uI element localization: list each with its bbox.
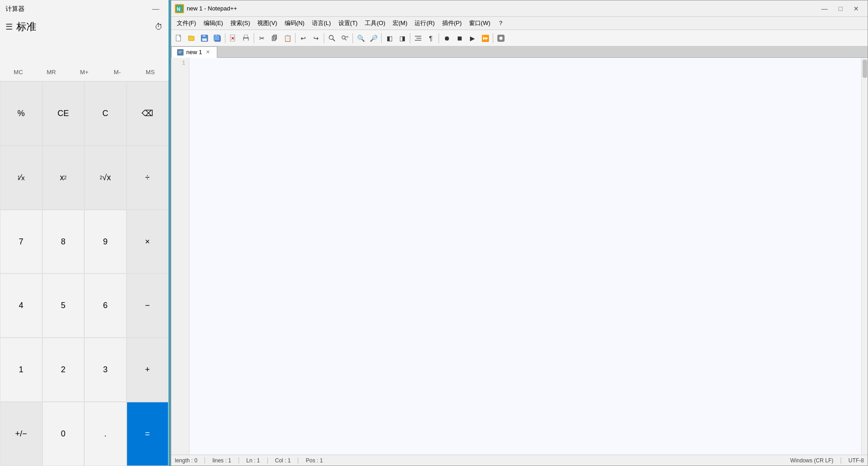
calc-decimal-button[interactable]: . <box>84 402 127 466</box>
npp-menubar: 文件(F) 编辑(E) 搜索(S) 视图(V) 编码(N) 语言(L) 设置(T… <box>171 17 868 30</box>
calc-ce-button[interactable]: CE <box>42 81 85 146</box>
npp-maximize-button[interactable]: □ <box>834 4 848 14</box>
calc-add-button[interactable]: + <box>127 338 169 402</box>
svg-rect-16 <box>244 35 247 37</box>
calc-subtract-button[interactable]: − <box>127 274 169 338</box>
calc-ms-button[interactable]: MS <box>134 63 167 81</box>
calc-9-button[interactable]: 9 <box>84 210 127 274</box>
npp-menu-run[interactable]: 运行(R) <box>411 18 438 29</box>
npp-scrollbar[interactable] <box>861 58 868 455</box>
npp-tool-close[interactable] <box>227 32 239 44</box>
calc-backspace-button[interactable]: ⌫ <box>127 81 169 146</box>
npp-menu-file[interactable]: 文件(F) <box>173 18 200 29</box>
npp-menu-encoding[interactable]: 编码(N) <box>281 18 308 29</box>
npp-menu-language[interactable]: 语言(L) <box>308 18 335 29</box>
npp-tool-print[interactable] <box>240 32 252 44</box>
npp-tool-save[interactable] <box>199 32 210 44</box>
calc-1-button[interactable]: 1 <box>0 338 42 402</box>
calc-percent-button[interactable]: % <box>0 81 42 146</box>
svg-rect-3 <box>189 36 194 41</box>
npp-menu-window[interactable]: 窗口(W) <box>465 18 494 29</box>
npp-tab-close-button[interactable]: ✕ <box>205 49 211 56</box>
svg-point-17 <box>329 35 333 39</box>
npp-menu-settings[interactable]: 设置(T) <box>335 18 362 29</box>
calc-4-button[interactable]: 4 <box>0 274 42 338</box>
npp-tab-label: new 1 <box>186 49 202 56</box>
npp-tool-open[interactable] <box>186 32 198 44</box>
calc-6-button[interactable]: 6 <box>84 274 127 338</box>
npp-tool-plugin-manager[interactable] <box>495 32 507 44</box>
npp-status-right: Windows (CR LF) UTF-8 <box>790 457 864 464</box>
npp-menu-tools[interactable]: 工具(O) <box>361 18 389 29</box>
npp-tool-saveall[interactable] <box>211 32 223 44</box>
npp-minimize-button[interactable]: — <box>817 4 833 14</box>
notepad-window: N new 1 - Notepad++ — □ ✕ 文件(F) 编辑(E) 搜索… <box>171 0 868 466</box>
npp-status-encoding: UTF-8 <box>848 457 864 464</box>
npp-tool-synch-v[interactable]: ◨ <box>396 32 408 44</box>
npp-status-sep3 <box>267 457 268 464</box>
npp-tool-macro-run[interactable]: ⏩ <box>479 32 491 44</box>
calc-menu-button[interactable]: ☰ <box>5 22 13 32</box>
npp-tool-findreplace[interactable]: AB <box>339 32 351 44</box>
svg-point-19 <box>342 35 345 39</box>
npp-menu-edit[interactable]: 编辑(E) <box>200 18 227 29</box>
npp-menu-search[interactable]: 搜索(S) <box>227 18 254 29</box>
calc-mminus-button[interactable]: M- <box>101 63 133 81</box>
npp-toolbar: ✂ 🗐 📋 ↩ ↪ AB 🔍 🔎 ◧ ◨ ¶ ⏺ ⏹ ▶ ⏩ <box>171 30 868 46</box>
npp-toolbar-sep9 <box>493 33 493 43</box>
npp-menu-help[interactable]: ？ <box>494 18 507 29</box>
npp-tool-macro-play[interactable]: ▶ <box>466 32 478 44</box>
npp-tool-new[interactable] <box>173 32 185 44</box>
npp-tool-find[interactable] <box>326 32 338 44</box>
npp-tool-macro-stop[interactable]: ⏹ <box>454 32 465 44</box>
npp-tool-zoomout[interactable]: 🔎 <box>368 32 379 44</box>
calc-3-button[interactable]: 3 <box>84 338 127 402</box>
calc-mplus-button[interactable]: M+ <box>68 63 101 81</box>
npp-editor-area: 1 <box>171 58 868 455</box>
npp-tool-paste[interactable]: 📋 <box>281 32 293 44</box>
npp-tool-zoomin[interactable]: 🔍 <box>355 32 367 44</box>
calc-5-button[interactable]: 5 <box>42 274 85 338</box>
calc-mode-label: 标准 <box>16 20 151 34</box>
npp-menu-macro[interactable]: 宏(M) <box>389 18 411 29</box>
calc-titlebar: 计算器 — <box>0 0 168 18</box>
calc-toolbar: ☰ 标准 ⏱ <box>0 18 168 35</box>
npp-tab-new1[interactable]: new 1 ✕ <box>171 46 217 58</box>
calc-minimize-button[interactable]: — <box>148 3 163 15</box>
npp-app-icon: N <box>175 4 184 13</box>
npp-editor-textarea[interactable] <box>189 58 861 455</box>
npp-tool-macro-record[interactable]: ⏺ <box>441 32 453 44</box>
npp-tool-synch-h[interactable]: ◧ <box>383 32 395 44</box>
calc-sqrt-button[interactable]: 2√x <box>84 146 127 210</box>
calc-buttons-grid: % CE C ⌫ 1⁄x x2 2√x ÷ 7 8 9 × 4 5 6 − 1 … <box>0 81 168 466</box>
npp-toolbar-sep5 <box>352 33 353 43</box>
npp-tool-undo[interactable]: ↩ <box>297 32 309 44</box>
npp-tool-pilcrow[interactable]: ¶ <box>425 32 437 44</box>
calc-mr-button[interactable]: MR <box>35 63 67 81</box>
calc-0-button[interactable]: 0 <box>42 402 85 466</box>
calc-square-button[interactable]: x2 <box>42 146 85 210</box>
npp-tool-redo[interactable]: ↪ <box>310 32 322 44</box>
calc-multiply-button[interactable]: × <box>127 210 169 274</box>
npp-menu-view[interactable]: 视图(V) <box>254 18 281 29</box>
svg-line-18 <box>333 39 335 41</box>
calc-c-button[interactable]: C <box>84 81 127 146</box>
npp-tool-cut[interactable]: ✂ <box>256 32 268 44</box>
npp-scrollbar-thumb[interactable] <box>863 60 867 78</box>
calc-7-button[interactable]: 7 <box>0 210 42 274</box>
calc-divide-button[interactable]: ÷ <box>127 146 169 210</box>
calc-negate-button[interactable]: +/− <box>0 402 42 466</box>
npp-toolbar-sep8 <box>439 33 439 43</box>
calc-equals-button[interactable]: = <box>127 402 169 466</box>
npp-tool-copy[interactable]: 🗐 <box>269 32 281 44</box>
npp-menu-plugins[interactable]: 插件(P) <box>439 18 465 29</box>
calc-history-button[interactable]: ⏱ <box>155 22 163 32</box>
npp-status-length: length : 0 <box>175 457 197 464</box>
calc-8-button[interactable]: 8 <box>42 210 85 274</box>
npp-tool-indent[interactable] <box>412 32 424 44</box>
npp-close-button[interactable]: ✕ <box>848 4 864 14</box>
calc-mc-button[interactable]: MC <box>2 63 35 81</box>
calc-reciprocal-button[interactable]: 1⁄x <box>0 146 42 210</box>
npp-status-sep5 <box>841 457 841 464</box>
calc-2-button[interactable]: 2 <box>42 338 85 402</box>
